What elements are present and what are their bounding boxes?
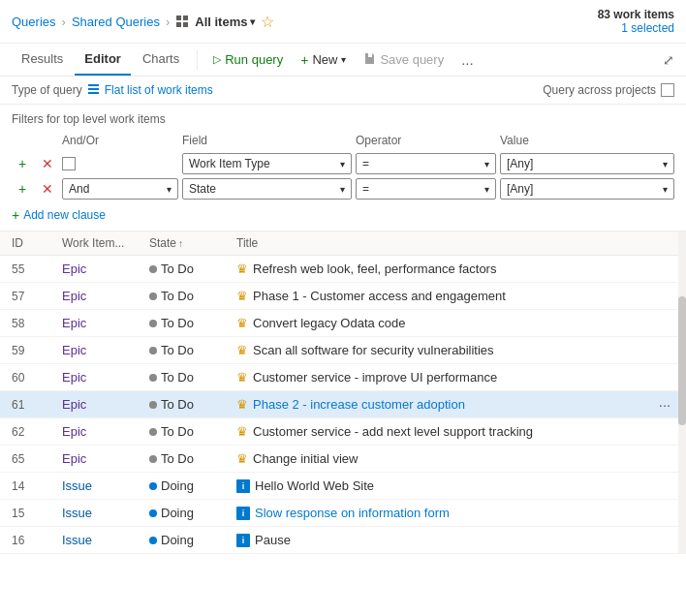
col-id: 16 bbox=[12, 534, 62, 547]
col-id: 55 bbox=[12, 262, 62, 276]
plus-icon: + bbox=[300, 52, 308, 68]
remove-row1-icon[interactable]: ✕ bbox=[37, 156, 58, 171]
row1-field-select[interactable]: Work Item Type ▾ bbox=[182, 153, 352, 174]
remove-row2-icon[interactable]: ✕ bbox=[37, 181, 58, 197]
table-row[interactable]: 55 Epic To Do ♛ Refresh web look, feel, … bbox=[0, 256, 686, 283]
task-icon: i bbox=[236, 479, 250, 493]
chevron-val2: ▾ bbox=[663, 184, 668, 195]
table-row[interactable]: 59 Epic To Do ♛ Scan all software for se… bbox=[0, 337, 686, 364]
tab-results[interactable]: Results bbox=[12, 44, 73, 76]
chevron-field2: ▾ bbox=[340, 184, 345, 195]
table-row[interactable]: 57 Epic To Do ♛ Phase 1 - Customer acces… bbox=[0, 283, 686, 310]
task-icon: i bbox=[236, 534, 250, 547]
chevron-down-icon: ▾ bbox=[250, 16, 255, 27]
table-row[interactable]: 16 Issue Doing i Pause ··· bbox=[0, 527, 686, 554]
add-new-clause[interactable]: + Add new clause bbox=[12, 201, 674, 231]
col-type: Issue bbox=[62, 533, 149, 547]
tab-editor[interactable]: Editor bbox=[75, 44, 131, 76]
col-state: To Do bbox=[149, 262, 236, 276]
col-type: Issue bbox=[62, 478, 149, 493]
col-title[interactable]: ♛ Customer service - improve UI performa… bbox=[236, 370, 655, 385]
operator-col-header: Operator bbox=[356, 134, 496, 147]
star-icon[interactable]: ☆ bbox=[261, 13, 274, 31]
col-id: 65 bbox=[12, 452, 62, 466]
col-type: Epic bbox=[62, 451, 149, 466]
row2-operator-select[interactable]: = ▾ bbox=[356, 178, 496, 200]
row2-field-select[interactable]: State ▾ bbox=[182, 178, 352, 200]
col-title[interactable]: i Pause bbox=[236, 533, 655, 547]
query-type-value[interactable]: Flat list of work items bbox=[105, 83, 213, 97]
more-button[interactable]: ... bbox=[453, 46, 482, 73]
svg-rect-0 bbox=[176, 15, 181, 20]
row1-checkbox[interactable] bbox=[62, 157, 76, 170]
row2-andor-select[interactable]: And ▾ bbox=[62, 178, 178, 200]
chevron-val1: ▾ bbox=[663, 159, 668, 169]
breadcrumb-shared-queries[interactable]: Shared Queries bbox=[72, 15, 160, 29]
col-title[interactable]: i Hello World Web Site bbox=[236, 478, 655, 493]
breadcrumb-queries[interactable]: Queries bbox=[12, 15, 56, 29]
row-actions[interactable]: ··· bbox=[655, 396, 674, 413]
col-title[interactable]: ♛ Customer service - add next level supp… bbox=[236, 424, 655, 439]
col-state: To Do bbox=[149, 370, 236, 385]
col-type: Epic bbox=[62, 370, 149, 385]
save-query-button[interactable]: Save query bbox=[356, 47, 452, 73]
col-title[interactable]: ♛ Phase 1 - Customer access and engageme… bbox=[236, 289, 655, 303]
table-row[interactable]: 60 Epic To Do ♛ Customer service - impro… bbox=[0, 364, 686, 391]
flat-list-icon bbox=[87, 82, 100, 98]
col-state: To Do bbox=[149, 397, 236, 412]
crown-icon: ♛ bbox=[236, 370, 248, 385]
col-header-id[interactable]: ID bbox=[12, 236, 62, 250]
table-row[interactable]: 62 Epic To Do ♛ Customer service - add n… bbox=[0, 418, 686, 446]
chevron-icon: ▾ bbox=[341, 54, 346, 65]
col-header-title[interactable]: Title bbox=[236, 236, 655, 250]
chevron-andor2: ▾ bbox=[167, 184, 172, 195]
row2-value-select[interactable]: [Any] ▾ bbox=[500, 178, 674, 200]
row1-operator-select[interactable]: = ▾ bbox=[356, 153, 496, 174]
run-query-button[interactable]: ▷ Run query bbox=[205, 47, 291, 72]
table-row[interactable]: 14 Issue Doing i Hello World Web Site ··… bbox=[0, 473, 686, 500]
col-title[interactable]: ♛ Phase 2 - increase customer adoption bbox=[236, 397, 655, 412]
col-state: To Do bbox=[149, 316, 236, 330]
col-title[interactable]: ♛ Scan all software for security vulnera… bbox=[236, 343, 655, 357]
col-state: To Do bbox=[149, 424, 236, 439]
field-col-header: Field bbox=[182, 134, 352, 147]
crown-icon: ♛ bbox=[236, 451, 248, 466]
table-row[interactable]: 65 Epic To Do ♛ Change initial view ··· bbox=[0, 446, 686, 473]
new-button[interactable]: + New ▾ bbox=[293, 47, 354, 73]
tab-charts[interactable]: Charts bbox=[133, 44, 189, 76]
col-type: Issue bbox=[62, 506, 149, 520]
add-row1-icon[interactable]: + bbox=[12, 156, 33, 171]
add-row2-icon[interactable]: + bbox=[12, 181, 33, 197]
svg-rect-3 bbox=[183, 22, 188, 27]
col-id: 61 bbox=[12, 398, 62, 412]
task-icon: i bbox=[236, 507, 250, 520]
col-title[interactable]: ♛ Change initial view bbox=[236, 451, 655, 466]
col-id: 58 bbox=[12, 317, 62, 330]
svg-rect-4 bbox=[88, 84, 99, 86]
col-title[interactable]: ♛ Refresh web look, feel, performance fa… bbox=[236, 262, 655, 276]
breadcrumb-sep-2: › bbox=[166, 15, 170, 29]
row1-value-select[interactable]: [Any] ▾ bbox=[500, 153, 674, 174]
play-icon: ▷ bbox=[213, 53, 221, 66]
query-type-label: Type of query bbox=[12, 83, 82, 97]
svg-rect-1 bbox=[183, 15, 188, 20]
query-across-checkbox[interactable] bbox=[661, 83, 674, 97]
table-row[interactable]: 61 Epic To Do ♛ Phase 2 - increase custo… bbox=[0, 391, 686, 418]
table-row[interactable]: 15 Issue Doing i Slow response on inform… bbox=[0, 500, 686, 527]
expand-icon[interactable]: ⤢ bbox=[663, 52, 674, 68]
svg-rect-6 bbox=[88, 92, 99, 94]
col-header-type[interactable]: Work Item... bbox=[62, 236, 149, 250]
crown-icon: ♛ bbox=[236, 397, 248, 412]
col-id: 59 bbox=[12, 344, 62, 357]
table-row[interactable]: 58 Epic To Do ♛ Convert legacy Odata cod… bbox=[0, 310, 686, 337]
col-title[interactable]: ♛ Convert legacy Odata code bbox=[236, 316, 655, 330]
breadcrumb-current[interactable]: All items ▾ bbox=[195, 15, 255, 29]
col-type: Epic bbox=[62, 397, 149, 412]
selected-text: 1 selected bbox=[598, 21, 674, 35]
col-header-state[interactable]: State ↑ bbox=[149, 236, 236, 250]
col-state: Doing bbox=[149, 478, 236, 493]
save-icon bbox=[363, 52, 376, 68]
value-col-header: Value bbox=[500, 134, 674, 147]
col-title[interactable]: i Slow response on information form bbox=[236, 506, 655, 520]
chevron-op2: ▾ bbox=[484, 184, 489, 195]
